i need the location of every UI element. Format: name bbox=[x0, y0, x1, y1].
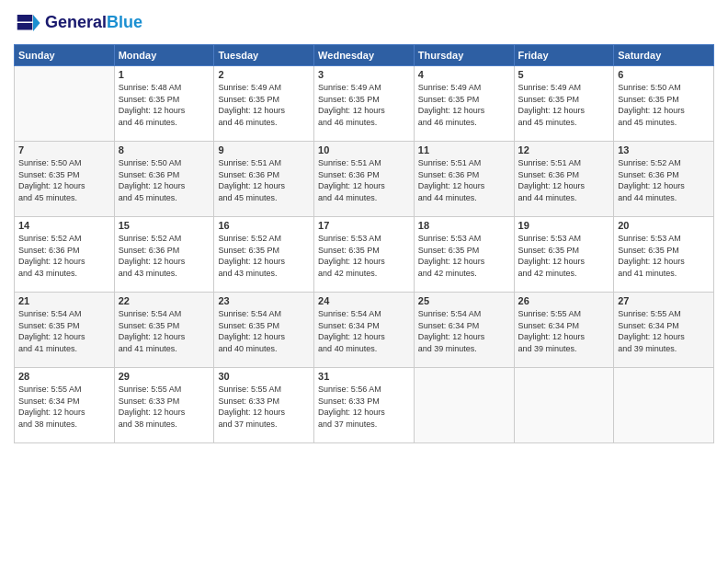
day-info: Sunrise: 5:54 AM Sunset: 6:34 PM Dayligh… bbox=[318, 308, 410, 354]
day-cell: 28Sunrise: 5:55 AM Sunset: 6:34 PM Dayli… bbox=[15, 368, 115, 443]
day-info: Sunrise: 5:49 AM Sunset: 6:35 PM Dayligh… bbox=[218, 82, 310, 128]
day-cell: 9Sunrise: 5:51 AM Sunset: 6:36 PM Daylig… bbox=[214, 142, 314, 217]
week-row-0: 1Sunrise: 5:48 AM Sunset: 6:35 PM Daylig… bbox=[15, 66, 714, 142]
day-info: Sunrise: 5:52 AM Sunset: 6:35 PM Dayligh… bbox=[218, 233, 310, 279]
day-number: 10 bbox=[318, 144, 410, 155]
day-info: Sunrise: 5:50 AM Sunset: 6:35 PM Dayligh… bbox=[618, 82, 710, 128]
day-cell: 2Sunrise: 5:49 AM Sunset: 6:35 PM Daylig… bbox=[214, 66, 314, 142]
day-cell: 12Sunrise: 5:51 AM Sunset: 6:36 PM Dayli… bbox=[514, 142, 614, 217]
day-cell: 20Sunrise: 5:53 AM Sunset: 6:35 PM Dayli… bbox=[614, 217, 714, 293]
day-number: 22 bbox=[119, 295, 210, 306]
day-number: 12 bbox=[518, 144, 610, 155]
day-cell: 3Sunrise: 5:49 AM Sunset: 6:35 PM Daylig… bbox=[314, 66, 415, 142]
logo-icon bbox=[14, 9, 41, 37]
day-cell bbox=[15, 66, 115, 142]
day-cell: 7Sunrise: 5:50 AM Sunset: 6:35 PM Daylig… bbox=[15, 142, 115, 217]
day-info: Sunrise: 5:56 AM Sunset: 6:33 PM Dayligh… bbox=[318, 384, 410, 430]
day-cell: 6Sunrise: 5:50 AM Sunset: 6:35 PM Daylig… bbox=[614, 66, 714, 142]
day-number: 29 bbox=[119, 371, 210, 382]
day-cell: 15Sunrise: 5:52 AM Sunset: 6:36 PM Dayli… bbox=[114, 217, 214, 293]
day-info: Sunrise: 5:54 AM Sunset: 6:35 PM Dayligh… bbox=[119, 308, 210, 354]
day-cell: 16Sunrise: 5:52 AM Sunset: 6:35 PM Dayli… bbox=[214, 217, 314, 293]
day-info: Sunrise: 5:49 AM Sunset: 6:35 PM Dayligh… bbox=[518, 82, 610, 128]
day-cell: 25Sunrise: 5:54 AM Sunset: 6:34 PM Dayli… bbox=[414, 293, 514, 368]
day-number: 2 bbox=[218, 69, 310, 80]
day-number: 1 bbox=[119, 69, 210, 80]
day-info: Sunrise: 5:53 AM Sunset: 6:35 PM Dayligh… bbox=[418, 233, 510, 279]
day-number: 4 bbox=[418, 69, 510, 80]
day-number: 13 bbox=[618, 144, 710, 155]
day-number: 8 bbox=[119, 144, 210, 155]
day-info: Sunrise: 5:55 AM Sunset: 6:33 PM Dayligh… bbox=[218, 384, 310, 430]
day-number: 30 bbox=[218, 371, 310, 382]
logo-text: GeneralBlue bbox=[45, 14, 142, 32]
day-number: 9 bbox=[218, 144, 310, 155]
day-cell: 26Sunrise: 5:55 AM Sunset: 6:34 PM Dayli… bbox=[514, 293, 614, 368]
day-info: Sunrise: 5:53 AM Sunset: 6:35 PM Dayligh… bbox=[618, 233, 710, 279]
weekday-sunday: Sunday bbox=[15, 45, 115, 66]
day-number: 6 bbox=[618, 69, 710, 80]
day-info: Sunrise: 5:53 AM Sunset: 6:35 PM Dayligh… bbox=[518, 233, 610, 279]
day-cell bbox=[414, 368, 514, 443]
week-row-1: 7Sunrise: 5:50 AM Sunset: 6:35 PM Daylig… bbox=[15, 142, 714, 217]
svg-rect-3 bbox=[17, 23, 33, 30]
day-cell: 11Sunrise: 5:51 AM Sunset: 6:36 PM Dayli… bbox=[414, 142, 514, 217]
day-info: Sunrise: 5:54 AM Sunset: 6:35 PM Dayligh… bbox=[218, 308, 310, 354]
day-info: Sunrise: 5:54 AM Sunset: 6:34 PM Dayligh… bbox=[418, 308, 510, 354]
day-info: Sunrise: 5:55 AM Sunset: 6:33 PM Dayligh… bbox=[119, 384, 210, 430]
day-cell: 8Sunrise: 5:50 AM Sunset: 6:36 PM Daylig… bbox=[114, 142, 214, 217]
day-number: 18 bbox=[418, 220, 510, 231]
day-info: Sunrise: 5:52 AM Sunset: 6:36 PM Dayligh… bbox=[119, 233, 210, 279]
day-cell: 31Sunrise: 5:56 AM Sunset: 6:33 PM Dayli… bbox=[314, 368, 415, 443]
day-number: 17 bbox=[318, 220, 410, 231]
day-cell bbox=[514, 368, 614, 443]
weekday-monday: Monday bbox=[114, 45, 214, 66]
day-number: 11 bbox=[418, 144, 510, 155]
weekday-tuesday: Tuesday bbox=[214, 45, 314, 66]
weekday-header-row: SundayMondayTuesdayWednesdayThursdayFrid… bbox=[15, 45, 714, 66]
weekday-wednesday: Wednesday bbox=[314, 45, 415, 66]
weekday-friday: Friday bbox=[514, 45, 614, 66]
day-cell: 29Sunrise: 5:55 AM Sunset: 6:33 PM Dayli… bbox=[114, 368, 214, 443]
calendar-table: SundayMondayTuesdayWednesdayThursdayFrid… bbox=[14, 44, 714, 443]
day-number: 25 bbox=[418, 295, 510, 306]
day-number: 26 bbox=[518, 295, 610, 306]
day-number: 15 bbox=[119, 220, 210, 231]
day-cell: 21Sunrise: 5:54 AM Sunset: 6:35 PM Dayli… bbox=[15, 293, 115, 368]
week-row-4: 28Sunrise: 5:55 AM Sunset: 6:34 PM Dayli… bbox=[15, 368, 714, 443]
day-info: Sunrise: 5:52 AM Sunset: 6:36 PM Dayligh… bbox=[18, 233, 110, 279]
day-number: 23 bbox=[218, 295, 310, 306]
day-cell: 1Sunrise: 5:48 AM Sunset: 6:35 PM Daylig… bbox=[114, 66, 214, 142]
day-info: Sunrise: 5:52 AM Sunset: 6:36 PM Dayligh… bbox=[618, 157, 710, 203]
day-number: 5 bbox=[518, 69, 610, 80]
day-cell: 5Sunrise: 5:49 AM Sunset: 6:35 PM Daylig… bbox=[514, 66, 614, 142]
day-info: Sunrise: 5:51 AM Sunset: 6:36 PM Dayligh… bbox=[318, 157, 410, 203]
page-container: GeneralBlue SundayMondayTuesdayWednesday… bbox=[0, 0, 728, 453]
day-cell: 18Sunrise: 5:53 AM Sunset: 6:35 PM Dayli… bbox=[414, 217, 514, 293]
day-info: Sunrise: 5:51 AM Sunset: 6:36 PM Dayligh… bbox=[218, 157, 310, 203]
day-number: 3 bbox=[318, 69, 410, 80]
day-cell: 24Sunrise: 5:54 AM Sunset: 6:34 PM Dayli… bbox=[314, 293, 415, 368]
calendar-body: 1Sunrise: 5:48 AM Sunset: 6:35 PM Daylig… bbox=[15, 66, 714, 443]
day-number: 7 bbox=[18, 144, 110, 155]
day-cell: 23Sunrise: 5:54 AM Sunset: 6:35 PM Dayli… bbox=[214, 293, 314, 368]
day-number: 19 bbox=[518, 220, 610, 231]
day-cell: 4Sunrise: 5:49 AM Sunset: 6:35 PM Daylig… bbox=[414, 66, 514, 142]
weekday-thursday: Thursday bbox=[414, 45, 514, 66]
day-number: 28 bbox=[18, 371, 110, 382]
day-info: Sunrise: 5:55 AM Sunset: 6:34 PM Dayligh… bbox=[618, 308, 710, 354]
header: GeneralBlue bbox=[14, 9, 714, 37]
day-number: 14 bbox=[18, 220, 110, 231]
day-cell: 22Sunrise: 5:54 AM Sunset: 6:35 PM Dayli… bbox=[114, 293, 214, 368]
day-number: 24 bbox=[318, 295, 410, 306]
day-cell: 14Sunrise: 5:52 AM Sunset: 6:36 PM Dayli… bbox=[15, 217, 115, 293]
day-number: 16 bbox=[218, 220, 310, 231]
day-info: Sunrise: 5:53 AM Sunset: 6:35 PM Dayligh… bbox=[318, 233, 410, 279]
day-info: Sunrise: 5:55 AM Sunset: 6:34 PM Dayligh… bbox=[18, 384, 110, 430]
day-info: Sunrise: 5:49 AM Sunset: 6:35 PM Dayligh… bbox=[418, 82, 510, 128]
svg-rect-2 bbox=[17, 15, 33, 22]
day-number: 21 bbox=[18, 295, 110, 306]
day-cell: 30Sunrise: 5:55 AM Sunset: 6:33 PM Dayli… bbox=[214, 368, 314, 443]
week-row-2: 14Sunrise: 5:52 AM Sunset: 6:36 PM Dayli… bbox=[15, 217, 714, 293]
day-cell: 10Sunrise: 5:51 AM Sunset: 6:36 PM Dayli… bbox=[314, 142, 415, 217]
